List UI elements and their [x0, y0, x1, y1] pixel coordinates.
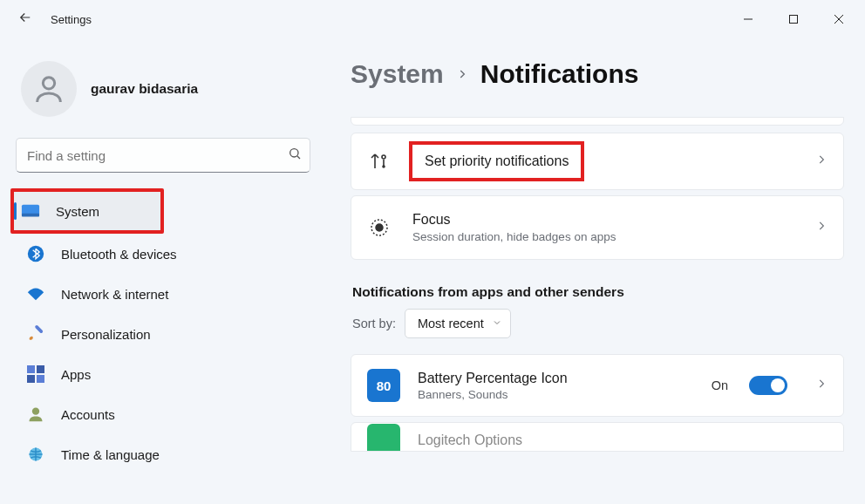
system-icon: [21, 201, 40, 221]
avatar: [21, 61, 77, 117]
breadcrumb-parent[interactable]: System: [351, 59, 444, 89]
sidebar-item-label: System: [56, 204, 99, 219]
sidebar-item-label: Network & internet: [61, 287, 168, 302]
svg-rect-13: [27, 375, 35, 383]
svg-point-17: [382, 155, 385, 159]
app-notification-row[interactable]: 80 Battery Percentage Icon Banners, Soun…: [351, 354, 844, 417]
app-title: Battery Percentage Icon: [418, 371, 694, 386]
minimize-button[interactable]: [729, 6, 767, 32]
sidebar-item-label: Time & language: [61, 447, 160, 462]
svg-rect-10: [34, 324, 43, 333]
sidebar-item-bluetooth[interactable]: Bluetooth & devices: [16, 234, 321, 274]
app-icon: 80: [367, 369, 400, 402]
sort-selected-value: Most recent: [418, 317, 484, 330]
svg-point-15: [32, 408, 39, 415]
sort-dropdown[interactable]: Most recent: [405, 309, 511, 338]
red-highlight-box: Set priority notifications: [409, 141, 584, 181]
card-title: Focus: [412, 212, 794, 228]
sidebar-item-label: Accounts: [61, 407, 115, 422]
apps-icon: [26, 364, 45, 384]
brush-icon: [26, 324, 45, 344]
svg-rect-1: [790, 16, 798, 24]
maximize-button[interactable]: [774, 6, 813, 32]
svg-rect-14: [37, 375, 44, 383]
bluetooth-icon: [26, 244, 45, 263]
globe-clock-icon: [26, 445, 45, 464]
accounts-icon: [26, 405, 45, 424]
sidebar-item-label: Personalization: [61, 327, 151, 342]
priority-icon: [367, 149, 392, 174]
sidebar-item-personalization[interactable]: Personalization: [16, 314, 321, 354]
chevron-right-icon: [815, 220, 828, 235]
section-title: Notifications from apps and other sender…: [352, 284, 844, 300]
app-notification-row[interactable]: Logitech Options: [351, 422, 844, 452]
search-icon: [288, 146, 302, 164]
sort-label: Sort by:: [352, 317, 396, 330]
breadcrumb: System Notifications: [351, 59, 844, 89]
window-title: Settings: [51, 13, 92, 26]
svg-rect-11: [27, 365, 35, 373]
card-focus[interactable]: Focus Session duration, hide badges on a…: [351, 195, 844, 260]
toggle-state-label: On: [712, 378, 728, 392]
svg-rect-8: [22, 214, 39, 217]
card-fragment: [351, 117, 844, 126]
chevron-right-icon: [815, 153, 828, 169]
card-subtitle: Session duration, hide badges on apps: [412, 230, 794, 243]
svg-point-21: [376, 224, 383, 231]
search-input[interactable]: [16, 138, 310, 173]
close-button[interactable]: [820, 6, 858, 32]
sidebar-item-apps[interactable]: Apps: [16, 354, 321, 394]
svg-point-4: [43, 78, 54, 89]
chevron-right-icon: [815, 378, 828, 393]
focus-icon: [367, 215, 392, 240]
sidebar-item-accounts[interactable]: Accounts: [16, 394, 321, 434]
sidebar-item-label: Bluetooth & devices: [61, 247, 177, 262]
sidebar-item-system[interactable]: System: [10, 188, 164, 234]
app-icon: [367, 424, 400, 452]
wifi-icon: [26, 284, 45, 303]
svg-rect-12: [37, 365, 44, 373]
account-section[interactable]: gaurav bidasaria: [16, 54, 323, 133]
card-title: Set priority notifications: [425, 153, 569, 168]
svg-point-5: [290, 149, 298, 157]
breadcrumb-current: Notifications: [480, 59, 639, 89]
svg-line-6: [297, 156, 300, 159]
card-set-priority-notifications[interactable]: Set priority notifications: [351, 133, 844, 190]
app-subtitle: Banners, Sounds: [418, 388, 694, 401]
sidebar-item-label: Apps: [61, 367, 91, 382]
back-icon[interactable]: [17, 10, 33, 29]
sidebar-item-network[interactable]: Network & internet: [16, 274, 321, 314]
app-title: Logitech Options: [418, 432, 828, 448]
account-name: gaurav bidasaria: [91, 81, 198, 97]
svg-point-19: [383, 166, 385, 167]
toggle-switch[interactable]: [749, 376, 787, 395]
sidebar-item-time-language[interactable]: Time & language: [16, 434, 321, 474]
chevron-right-icon: [456, 63, 468, 85]
